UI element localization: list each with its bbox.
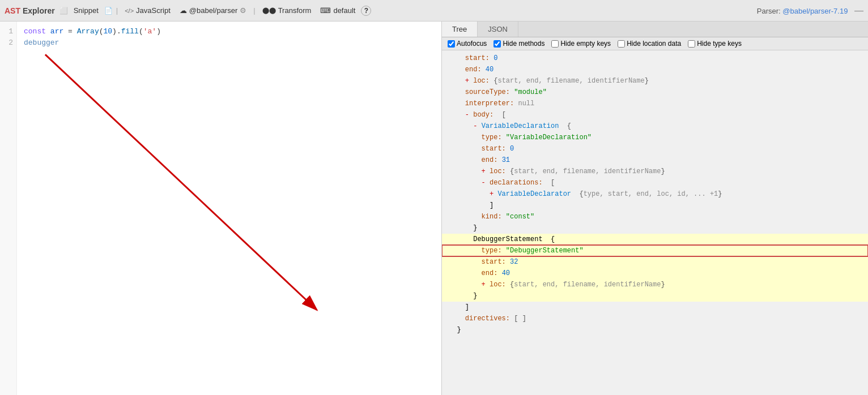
- tree-line[interactable]: + loc: {start, end, filename, identifier…: [442, 75, 868, 87]
- tree-line[interactable]: DebuggerStatement {: [442, 234, 868, 245]
- tree-line[interactable]: start: 0: [442, 143, 868, 154]
- transform-button[interactable]: ⬤⬤ Transform: [259, 5, 315, 16]
- tab-json[interactable]: JSON: [478, 22, 518, 37]
- tree-line[interactable]: end: 40: [442, 268, 868, 279]
- snippet-button[interactable]: Snippet: [70, 5, 102, 16]
- tree-line[interactable]: ]: [442, 302, 868, 313]
- tree-line[interactable]: }: [442, 222, 868, 234]
- tree-line[interactable]: - body: [: [442, 109, 868, 121]
- hide-location-data-option[interactable]: Hide location data: [618, 40, 681, 48]
- code-line-1: const arr = Array(10).fill('a'): [24, 26, 435, 37]
- code-editor[interactable]: 1 2 const arr = Array(10).fill('a') debu…: [0, 22, 441, 395]
- options-bar: Autofocus Hide methods Hide empty keys H…: [442, 37, 868, 50]
- main-container: 1 2 const arr = Array(10).fill('a') debu…: [0, 22, 868, 395]
- tree-content[interactable]: start: 0 end: 40 + loc: {start, end, fil…: [442, 50, 868, 395]
- code-panel: 1 2 const arr = Array(10).fill('a') debu…: [0, 22, 442, 395]
- tree-line[interactable]: end: 31: [442, 154, 868, 166]
- hide-methods-option[interactable]: Hide methods: [493, 40, 544, 48]
- tree-line[interactable]: end: 40: [442, 64, 868, 75]
- babel-parser-button[interactable]: ☁ @babel/parser ⚙: [176, 5, 250, 16]
- code-content[interactable]: const arr = Array(10).fill('a') debugger: [17, 22, 441, 395]
- tree-line[interactable]: kind: "const": [442, 211, 868, 222]
- tab-tree[interactable]: Tree: [442, 22, 478, 37]
- hide-type-keys-checkbox[interactable]: [688, 40, 695, 48]
- javascript-button[interactable]: </> JavaScript: [121, 5, 174, 16]
- tree-line[interactable]: ]: [442, 200, 868, 211]
- tree-line[interactable]: + VariableDeclarator {type, start, end, …: [442, 188, 868, 200]
- hide-type-keys-label: Hide type keys: [697, 40, 742, 48]
- ast-panel: Tree JSON Autofocus Hide methods Hide em…: [442, 22, 868, 395]
- tree-line[interactable]: start: 0: [442, 53, 868, 64]
- line-numbers: 1 2: [0, 22, 17, 395]
- autofocus-option[interactable]: Autofocus: [448, 40, 487, 48]
- parser-version-link[interactable]: @babel/parser-7.19: [782, 7, 848, 15]
- snippet-icon: ⬜: [59, 7, 68, 15]
- code-line-2: debugger: [24, 37, 435, 49]
- tree-line[interactable]: interpreter: null: [442, 98, 868, 109]
- parser-info: Parser: @babel/parser-7.19 —: [757, 6, 863, 16]
- default-button[interactable]: ⌨ default: [317, 5, 359, 16]
- tabs-bar: Tree JSON: [442, 22, 868, 37]
- autofocus-checkbox[interactable]: [448, 40, 455, 48]
- hide-empty-keys-option[interactable]: Hide empty keys: [551, 40, 611, 48]
- code-icon: </>: [125, 7, 134, 14]
- tree-line[interactable]: }: [442, 290, 868, 302]
- tree-line[interactable]: - declarations: [: [442, 177, 868, 188]
- tree-line[interactable]: + loc: {start, end, filename, identifier…: [442, 279, 868, 290]
- hide-methods-checkbox[interactable]: [493, 40, 501, 48]
- snippet-file-icon: 📄: [104, 7, 113, 15]
- tree-line[interactable]: }: [442, 324, 868, 336]
- hide-type-keys-option[interactable]: Hide type keys: [688, 40, 742, 48]
- tree-line[interactable]: - VariableDeclaration {: [442, 121, 868, 132]
- tree-line[interactable]: directives: [ ]: [442, 313, 868, 324]
- help-button[interactable]: ?: [361, 6, 371, 16]
- settings-gear-icon[interactable]: ⚙: [240, 6, 246, 15]
- hide-methods-label: Hide methods: [503, 40, 544, 48]
- hide-empty-keys-checkbox[interactable]: [551, 40, 559, 48]
- tree-line[interactable]: + loc: {start, end, filename, identifier…: [442, 166, 868, 177]
- hide-location-data-label: Hide location data: [627, 40, 681, 48]
- cloud-icon: ☁: [180, 6, 187, 15]
- hide-empty-keys-label: Hide empty keys: [560, 40, 611, 48]
- toolbar: AST Explorer ⬜ Snippet 📄 | </> JavaScrip…: [0, 0, 868, 22]
- tree-line[interactable]: type: "VariableDeclaration": [442, 132, 868, 143]
- tree-line[interactable]: start: 32: [442, 256, 868, 268]
- tree-line[interactable]: sourceType: "module": [442, 87, 868, 98]
- brand-label: AST Explorer: [5, 6, 55, 15]
- hide-location-data-checkbox[interactable]: [618, 40, 625, 48]
- autofocus-label: Autofocus: [457, 40, 487, 48]
- transform-icon: ⬤⬤: [262, 7, 276, 14]
- keyboard-icon: ⌨: [320, 6, 331, 15]
- tree-line[interactable]: type: "DebuggerStatement": [442, 245, 868, 256]
